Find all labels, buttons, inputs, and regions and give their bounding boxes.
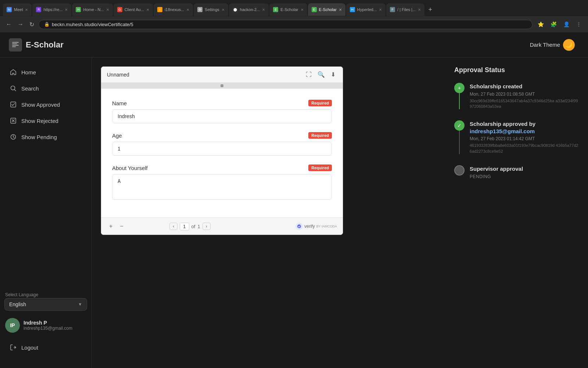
cert-field-about-label: About Yourself (112, 165, 148, 171)
url-text: beckn.muhesh.studio/viewCertificate/5 (52, 22, 527, 27)
timeline-approved-timestamp: Mon, 27 Feb 2023 01:14:42 GMT (470, 136, 579, 141)
timeline-content-approved: Scholarship approved by indreshp135@gmai… (470, 120, 579, 154)
rejected-icon (10, 117, 17, 124)
zoom-out-button[interactable]: − (118, 222, 125, 231)
bookmark-button[interactable]: ⭐ (535, 20, 546, 29)
user-email: indreshp135@gmail.com (24, 326, 86, 331)
tab-home[interactable]: H Home - N... ✕ (72, 3, 112, 16)
approved-email-link[interactable]: indreshp135@gmail.com (470, 128, 535, 134)
scroll-dot (220, 84, 223, 87)
reload-button[interactable]: ↻ (28, 20, 36, 29)
main-content: Home Search (0, 57, 588, 368)
timeline-event-approved-title: Scholarship approved by indreshp135@gmai… (470, 120, 579, 135)
approval-panel: Approval Status + Scholarship created Mo… (454, 66, 579, 359)
browser-chrome: M Meet ✕ R https://re... ✕ H Home - N...… (0, 0, 588, 32)
language-label: Select Language (4, 292, 87, 297)
url-bar[interactable]: 🔒 beckn.muhesh.studio/viewCertificate/5 (39, 20, 533, 29)
dark-theme-button[interactable]: Dark Theme 🌙 (526, 37, 579, 53)
svg-rect-3 (12, 46, 16, 47)
sidebar-item-show-pending[interactable]: Show Pending (4, 130, 87, 144)
approved-title-prefix: Scholarship approved by (470, 121, 535, 127)
cert-field-name-label: Name (112, 100, 127, 106)
zoom-in-button[interactable]: + (107, 222, 115, 231)
tab-meet[interactable]: M Meet ✕ (3, 3, 32, 16)
timeline-event-supervisor-title: Supervisor approval (470, 165, 579, 173)
timeline-created-hash: 30cc969d39ffe6165343647ab4a37c9346d25ba … (470, 98, 579, 110)
svg-line-8 (13, 103, 15, 106)
new-tab-button[interactable]: + (425, 6, 435, 14)
cert-footer: + − ‹ 1 of 1 › (101, 217, 343, 235)
svg-rect-2 (12, 45, 19, 46)
app-header: E-Scholar Dark Theme 🌙 (0, 32, 588, 57)
tab-i18nexus[interactable]: i i18nexus... ✕ (154, 3, 193, 16)
tab-escholar1[interactable]: E E-Scholar ✕ (269, 3, 307, 16)
timeline-line-created: + (454, 83, 465, 109)
forward-button[interactable]: → (16, 20, 25, 29)
tab-files[interactable]: F / | Files |... ✕ (386, 3, 424, 16)
timeline-item-created: + Scholarship created Mon, 27 Feb 2023 0… (454, 83, 579, 120)
back-button[interactable]: ← (4, 20, 13, 29)
about-textarea[interactable]: A (112, 174, 332, 200)
home-icon (10, 68, 17, 76)
cert-field-name: Name Required (112, 100, 332, 123)
tab-hyperled[interactable]: H Hyperled... ✕ (346, 3, 386, 16)
timeline-approved-hash: 4619332839fbba8e603a01f193e79bcac90819d … (470, 143, 579, 154)
menu-button[interactable]: ⋮ (574, 20, 584, 29)
cert-scroll-indicator (101, 83, 343, 89)
tab-https[interactable]: R https://re... ✕ (32, 3, 71, 16)
approved-icon (10, 101, 17, 108)
timeline-connector-2 (459, 131, 460, 154)
search-cert-button[interactable]: 🔍 (316, 70, 326, 79)
tab-github[interactable]: ⬤ hackon-2... ✕ (229, 3, 269, 16)
sidebar-item-show-rejected[interactable]: Show Rejected (4, 113, 87, 128)
cert-body: Name Required Age Required (101, 89, 343, 217)
tab-settings[interactable]: ⚙ Settings ✕ (194, 3, 228, 16)
sidebar-item-home[interactable]: Home (4, 65, 87, 79)
pending-icon (10, 133, 17, 141)
app: E-Scholar Dark Theme 🌙 Home (0, 32, 588, 368)
sidebar-item-show-approved[interactable]: Show Approved (4, 97, 87, 112)
sidebar: Home Search (0, 57, 92, 368)
language-dropdown[interactable]: English ▼ (4, 298, 87, 311)
cert-field-age: Age Required (112, 132, 332, 156)
logout-item[interactable]: Logout (4, 340, 87, 355)
nav-actions: ⭐ 🧩 👤 ⋮ (535, 20, 584, 29)
name-input[interactable] (112, 109, 332, 123)
timeline-event-created-title: Scholarship created (470, 83, 579, 90)
approval-title: Approval Status (454, 66, 579, 74)
sidebar-item-approved-label: Show Approved (21, 102, 60, 108)
download-button[interactable]: ⬇ (329, 70, 337, 79)
svg-point-16 (297, 224, 301, 228)
age-input[interactable] (112, 142, 332, 156)
fullscreen-button[interactable]: ⛶ (304, 70, 313, 79)
logo-icon (9, 38, 22, 52)
cert-field-about: About Yourself Required A (112, 164, 332, 201)
sidebar-item-search[interactable]: Search (4, 81, 87, 96)
next-page-button[interactable]: › (202, 223, 211, 230)
timeline-item-approved: ✓ Scholarship approved by indreshp135@gm… (454, 120, 579, 165)
page-of-label: of (191, 224, 196, 229)
tab-escholar2[interactable]: E E-Scholar ✕ (308, 3, 345, 16)
name-required-badge: Required (308, 100, 332, 106)
moon-icon: 🌙 (563, 39, 575, 51)
app-name: E-Scholar (26, 40, 64, 50)
prev-page-button[interactable]: ‹ (169, 223, 178, 230)
user-name: Indresh P (24, 320, 86, 326)
timeline-connector-1 (459, 93, 460, 109)
profile-button[interactable]: 👤 (561, 20, 572, 29)
timeline-content-supervisor: Supervisor approval PENDING (470, 165, 579, 179)
app-logo: E-Scholar (9, 38, 64, 52)
extensions-button[interactable]: 🧩 (548, 20, 559, 29)
current-page: 1 (180, 223, 189, 230)
dark-theme-label: Dark Theme (530, 42, 560, 48)
user-section: IP Indresh P indreshp135@gmail.com (4, 315, 87, 336)
tab-gmail[interactable]: G Client Au... ✕ (114, 3, 153, 16)
timeline-created-timestamp: Mon, 27 Feb 2023 01:08:58 GMT (470, 92, 579, 97)
logout-label: Logout (21, 344, 38, 351)
cert-field-age-header: Age Required (112, 132, 332, 139)
svg-line-14 (13, 137, 14, 138)
cert-actions: ⛶ 🔍 ⬇ (304, 70, 337, 79)
cert-titlebar: Unnamed ⛶ 🔍 ⬇ (101, 67, 343, 83)
verify-icon (295, 223, 303, 230)
timeline-content-created: Scholarship created Mon, 27 Feb 2023 01:… (470, 83, 579, 109)
